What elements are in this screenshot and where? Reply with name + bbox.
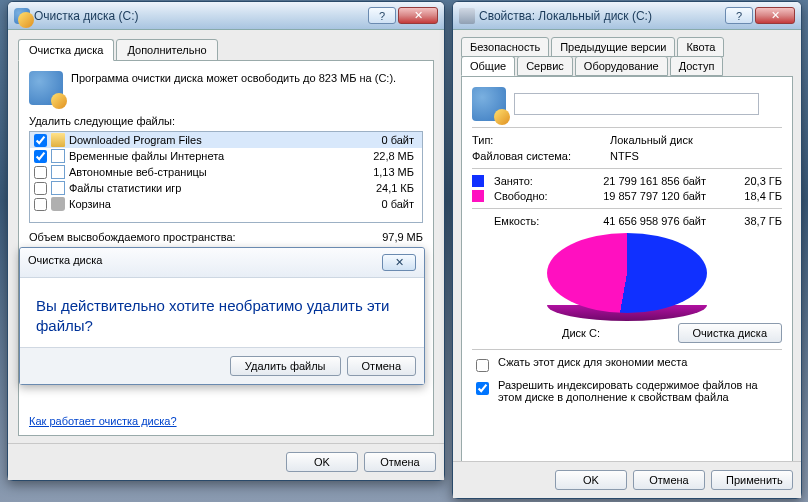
file-name: Временные файлы Интернета <box>69 150 352 162</box>
confirm-question: Вы действительно хотите необратимо удали… <box>36 296 408 335</box>
drive-large-icon <box>472 87 506 121</box>
used-label: Занято: <box>494 175 584 187</box>
list-item[interactable]: Корзина 0 байт <box>30 196 422 212</box>
file-name: Автономные веб-страницы <box>69 166 352 178</box>
file-name: Downloaded Program Files <box>69 134 352 146</box>
used-color-swatch <box>472 175 484 187</box>
file-size: 24,1 КБ <box>356 182 418 194</box>
tab-security[interactable]: Безопасность <box>461 37 549 57</box>
confirm-title: Очистка диска <box>28 254 102 271</box>
confirm-close-button[interactable]: ✕ <box>382 254 416 271</box>
titlebar: Очистка диска (C:) ? ✕ <box>8 2 444 30</box>
help-button[interactable]: ? <box>725 7 753 24</box>
type-value: Локальный диск <box>610 134 693 146</box>
file-size: 0 байт <box>356 198 418 210</box>
page-icon <box>51 149 65 163</box>
drive-letter-label: Диск C: <box>562 327 600 339</box>
list-item[interactable]: Временные файлы Интернета 22,8 МБ <box>30 148 422 164</box>
tab-additional[interactable]: Дополнительно <box>116 39 217 61</box>
tab-general[interactable]: Общие <box>461 56 515 76</box>
tab-previous-versions[interactable]: Предыдущие версии <box>551 37 675 57</box>
folder-icon <box>51 133 65 147</box>
ok-button[interactable]: OK <box>555 470 627 490</box>
index-checkbox[interactable] <box>476 382 489 395</box>
used-gb: 20,3 ГБ <box>712 175 782 187</box>
disk-cleanup-icon <box>29 71 63 105</box>
tab-access[interactable]: Доступ <box>670 56 724 76</box>
close-button[interactable]: ✕ <box>398 7 438 24</box>
cleanup-intro-text: Программа очистки диска может освободить… <box>71 71 396 85</box>
tab-service[interactable]: Сервис <box>517 56 573 76</box>
tab-hardware[interactable]: Оборудование <box>575 56 668 76</box>
total-label: Объем высвобождаемого пространства: <box>29 231 236 243</box>
delete-files-label: Удалить следующие файлы: <box>29 115 423 127</box>
bin-icon <box>51 197 65 211</box>
disk-cleanup-window: Очистка диска (C:) ? ✕ Очистка диска Доп… <box>7 1 445 481</box>
how-it-works-link[interactable]: Как работает очистка диска? <box>29 415 177 427</box>
filesystem-label: Файловая система: <box>472 150 602 162</box>
page-icon <box>51 165 65 179</box>
list-item[interactable]: Файлы статистики игр 24,1 КБ <box>30 180 422 196</box>
file-name: Файлы статистики игр <box>69 182 352 194</box>
tab-cleanup[interactable]: Очистка диска <box>18 39 114 61</box>
list-item[interactable]: Автономные веб-страницы 1,13 МБ <box>30 164 422 180</box>
apply-button[interactable]: Применить <box>711 470 793 490</box>
disk-cleanup-title-icon <box>14 8 30 24</box>
drive-icon <box>459 8 475 24</box>
ok-button[interactable]: OK <box>286 452 358 472</box>
file-size: 0 байт <box>356 134 418 146</box>
help-button[interactable]: ? <box>368 7 396 24</box>
total-value: 97,9 МБ <box>382 231 423 243</box>
confirm-dialog: Очистка диска ✕ Вы действительно хотите … <box>19 247 425 385</box>
window-title: Очистка диска (C:) <box>34 9 368 23</box>
capacity-bytes: 41 656 958 976 байт <box>590 215 706 227</box>
close-button[interactable]: ✕ <box>755 7 795 24</box>
capacity-gb: 38,7 ГБ <box>712 215 782 227</box>
free-gb: 18,4 ГБ <box>712 190 782 202</box>
capacity-label: Емкость: <box>494 215 584 227</box>
cancel-button[interactable]: Отмена <box>633 470 705 490</box>
delete-files-button[interactable]: Удалить файлы <box>230 356 341 376</box>
compress-label: Сжать этот диск для экономии места <box>498 356 687 368</box>
files-listbox[interactable]: Downloaded Program Files 0 байт Временны… <box>29 131 423 223</box>
page-icon <box>51 181 65 195</box>
file-size: 1,13 МБ <box>356 166 418 178</box>
filesystem-value: NTFS <box>610 150 639 162</box>
cancel-button[interactable]: Отмена <box>364 452 436 472</box>
file-size: 22,8 МБ <box>356 150 418 162</box>
cleanup-tabs: Очистка диска Дополнительно <box>18 39 434 61</box>
tab-quota[interactable]: Квота <box>677 37 724 57</box>
file-checkbox[interactable] <box>34 166 47 179</box>
file-checkbox[interactable] <box>34 198 47 211</box>
used-bytes: 21 799 161 856 байт <box>590 175 706 187</box>
file-checkbox[interactable] <box>34 182 47 195</box>
index-label: Разрешить индексировать содержимое файло… <box>498 379 782 403</box>
list-item[interactable]: Downloaded Program Files 0 байт <box>30 132 422 148</box>
compress-checkbox[interactable] <box>476 359 489 372</box>
file-checkbox[interactable] <box>34 134 47 147</box>
usage-pie-chart <box>547 233 707 313</box>
free-bytes: 19 857 797 120 байт <box>590 190 706 202</box>
disk-properties-window: Свойства: Локальный диск (C:) ? ✕ Безопа… <box>452 1 802 499</box>
window-title: Свойства: Локальный диск (C:) <box>479 9 725 23</box>
disk-cleanup-button[interactable]: Очистка диска <box>678 323 782 343</box>
free-color-swatch <box>472 190 484 202</box>
free-label: Свободно: <box>494 190 584 202</box>
titlebar: Свойства: Локальный диск (C:) ? ✕ <box>453 2 801 30</box>
confirm-cancel-button[interactable]: Отмена <box>347 356 416 376</box>
volume-label-input[interactable] <box>514 93 759 115</box>
file-name: Корзина <box>69 198 352 210</box>
type-label: Тип: <box>472 134 602 146</box>
file-checkbox[interactable] <box>34 150 47 163</box>
